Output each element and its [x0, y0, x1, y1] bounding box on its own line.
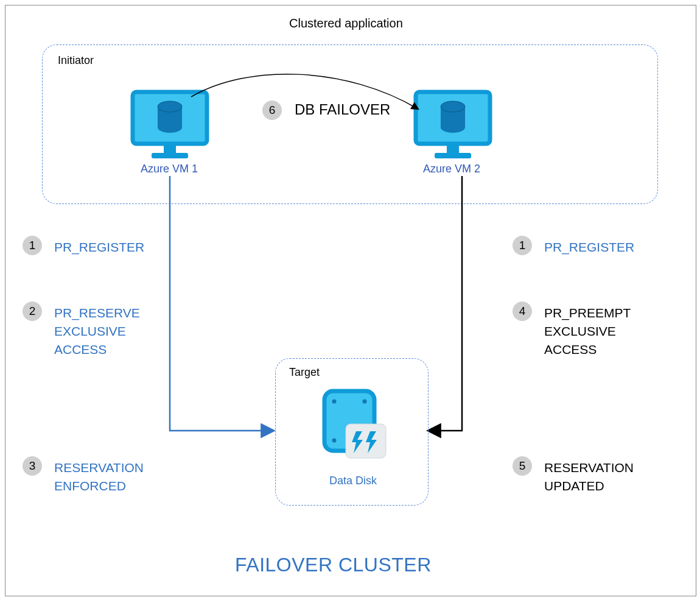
svg-rect-19 — [346, 424, 386, 458]
data-disk-label: Data Disk — [329, 475, 377, 487]
right-step-badge-4: 4 — [513, 302, 532, 321]
svg-point-17 — [332, 439, 337, 443]
svg-point-15 — [332, 400, 337, 404]
left-step-text-3: RESERVATION ENFORCED — [54, 459, 144, 495]
left-step-text-2: PR_RESERVE EXCLUSIVE ACCESS — [54, 304, 140, 359]
data-disk-icon — [318, 387, 391, 467]
connector-lines — [5, 5, 696, 596]
right-step-text-5: RESERVATION UPDATED — [544, 459, 634, 495]
left-step-badge-3: 3 — [23, 456, 42, 476]
right-step-badge-5: 5 — [513, 456, 532, 476]
left-step-badge-2: 2 — [23, 302, 42, 321]
left-step-text-1: PR_REGISTER — [54, 238, 144, 256]
target-label: Target — [289, 366, 320, 379]
right-step-badge-1: 1 — [513, 236, 532, 255]
right-step-text-4: PR_PREEMPT EXCLUSIVE ACCESS — [544, 304, 631, 359]
footer-title: FAILOVER CLUSTER — [235, 554, 432, 576]
diagram-frame: Clustered application Initiator Azure VM… — [5, 5, 696, 596]
right-step-text-1: PR_REGISTER — [544, 238, 634, 256]
svg-point-16 — [363, 400, 367, 404]
left-step-badge-1: 1 — [23, 236, 42, 255]
